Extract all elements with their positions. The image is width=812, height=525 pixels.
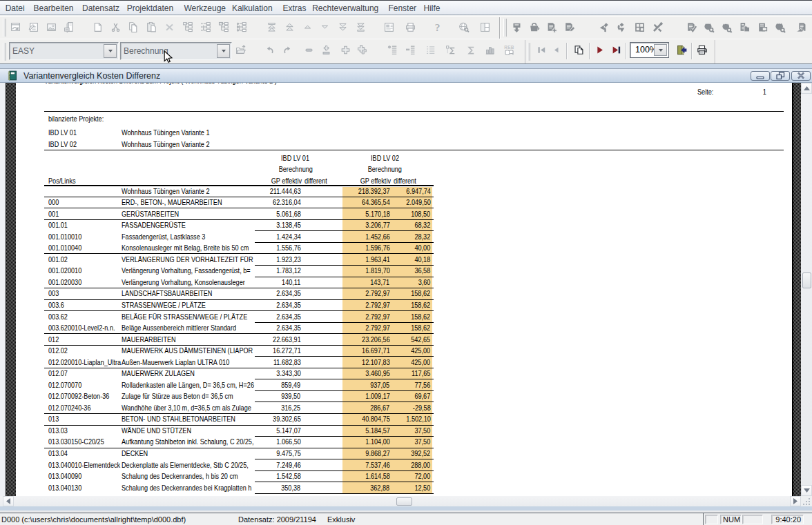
menu-bearbeiten[interactable]: Bearbeiten <box>34 3 74 13</box>
print-page-icon <box>696 44 708 56</box>
help-button[interactable]: ? <box>429 19 445 35</box>
print-preview-button[interactable] <box>381 19 398 35</box>
edit-protocol-button[interactable] <box>25 19 41 35</box>
restore-button[interactable] <box>771 71 790 81</box>
vertical-scrollbar[interactable] <box>801 83 812 496</box>
doc-edit-button[interactable] <box>561 19 577 35</box>
scroll-left-button[interactable] <box>3 496 14 506</box>
zoom-combo[interactable]: 100% <box>630 42 669 58</box>
sum-partial-button[interactable] <box>443 42 459 59</box>
redo-button[interactable] <box>279 42 296 59</box>
nav-first-button[interactable] <box>533 42 550 59</box>
insert-row-button[interactable] <box>318 42 335 59</box>
archive-button[interactable] <box>61 19 77 35</box>
view-combo[interactable]: Berechnung <box>120 42 232 60</box>
grid-window-button[interactable] <box>631 19 648 35</box>
vertical-scroll-thumb[interactable] <box>802 273 811 288</box>
doc-export-button[interactable] <box>793 19 809 35</box>
menu-werkzeuge[interactable]: Werkzeuge <box>184 3 226 13</box>
menu-kalkulation[interactable]: Kalkulation <box>232 3 273 13</box>
delete-button[interactable] <box>162 19 178 35</box>
tree-demote-button[interactable] <box>234 19 251 35</box>
remove-row-button[interactable] <box>301 42 318 59</box>
search-ball-1-button[interactable] <box>701 19 717 35</box>
menu-rechteverwaltung[interactable]: Rechteverwaltung <box>312 3 378 13</box>
tree-promote-button[interactable] <box>216 19 233 35</box>
nav-prev-button[interactable] <box>548 42 565 59</box>
page-up-button[interactable] <box>281 19 298 35</box>
profile-combo-dropdown-button[interactable] <box>104 44 117 58</box>
goto-last-button[interactable] <box>353 19 369 35</box>
toolbar-grip[interactable] <box>503 19 507 37</box>
cut-button[interactable] <box>107 19 124 35</box>
menu-hilfe[interactable]: Hilfe <box>424 3 441 13</box>
image-button[interactable] <box>43 19 59 35</box>
mouse-cursor <box>164 50 173 64</box>
scroll-up-button[interactable] <box>801 83 812 94</box>
doc-copy-open-button[interactable] <box>754 19 771 35</box>
page-down-button[interactable] <box>335 19 351 35</box>
doc-add-button[interactable] <box>543 19 560 35</box>
zoom-combo-dropdown-button[interactable] <box>654 44 667 56</box>
scroll-down-button[interactable] <box>801 485 812 496</box>
bag-button[interactable] <box>525 19 542 35</box>
row-gp1: 1.556,76 <box>244 244 301 252</box>
doc-add-icon <box>545 21 557 33</box>
reb-button[interactable]: REB <box>501 42 517 59</box>
paste-button[interactable] <box>143 19 160 35</box>
copy-button[interactable] <box>125 19 142 35</box>
search-ball-3-button[interactable] <box>772 19 789 35</box>
vertical-scroll-track[interactable] <box>801 83 812 496</box>
row-rule <box>44 310 434 311</box>
menu-fenster[interactable]: Fenster <box>388 3 416 13</box>
menu-projektdaten[interactable]: Projektdaten <box>127 3 173 13</box>
view-combo-dropdown-button[interactable] <box>217 44 230 58</box>
goto-first-button[interactable] <box>264 19 280 35</box>
undo-button[interactable] <box>261 42 278 59</box>
export-view-button[interactable] <box>8 19 24 35</box>
doc-folder-button[interactable] <box>736 19 753 35</box>
add-button[interactable] <box>337 42 354 59</box>
horizontal-scrollbar[interactable] <box>0 496 801 506</box>
profile-combo[interactable]: EASY <box>9 42 119 60</box>
menu-datei[interactable]: Datei <box>6 3 25 13</box>
folder-open-button[interactable] <box>233 42 249 59</box>
toolbar-grip[interactable] <box>3 43 6 61</box>
toolbar-grip[interactable] <box>3 19 6 37</box>
minimize-button[interactable] <box>751 71 770 81</box>
exit-door-button[interactable] <box>673 42 689 59</box>
search-globe-button[interactable] <box>456 19 472 35</box>
tree-insert-same-button[interactable] <box>180 19 196 35</box>
scrollbar-corner-resize-grip <box>801 496 812 506</box>
new-document-button[interactable] <box>90 19 106 35</box>
sum-button[interactable] <box>462 42 478 59</box>
scroll-right-button[interactable] <box>790 496 801 506</box>
pages-button[interactable] <box>570 42 586 59</box>
toolbar-grip[interactable] <box>527 43 530 61</box>
branch-left-button[interactable] <box>595 19 612 35</box>
move-up-button[interactable] <box>299 19 316 35</box>
status-database-path: D000 (c:\users\chris\documents\allright\… <box>1 515 186 524</box>
nav-last-button[interactable] <box>608 42 624 59</box>
print-page-button[interactable] <box>693 42 710 59</box>
task-check-button[interactable] <box>683 19 699 35</box>
close-button[interactable] <box>791 71 811 81</box>
menu-datensatz[interactable]: Datensatz <box>82 3 119 13</box>
branch-down-button[interactable] <box>613 19 630 35</box>
row-gp1: 2.634,35 <box>244 289 301 298</box>
menu-extras[interactable]: Extras <box>282 3 306 13</box>
check-in-button[interactable] <box>508 19 524 35</box>
indent-list-button[interactable] <box>402 42 418 59</box>
print-button[interactable] <box>402 19 418 35</box>
crossed-tools-button[interactable] <box>649 19 666 35</box>
move-down-button[interactable] <box>317 19 334 35</box>
nav-next-button[interactable] <box>591 42 608 59</box>
tree-insert-sub-button[interactable] <box>197 19 214 35</box>
numbered-list-button[interactable] <box>422 42 438 59</box>
add-sub-button[interactable] <box>354 42 371 59</box>
outdent-list-button[interactable] <box>384 42 400 59</box>
layout-columns-button[interactable] <box>476 19 493 35</box>
search-ball-2-button[interactable] <box>718 19 735 35</box>
chart-button[interactable] <box>481 42 498 59</box>
horizontal-scroll-thumb[interactable] <box>396 497 412 506</box>
